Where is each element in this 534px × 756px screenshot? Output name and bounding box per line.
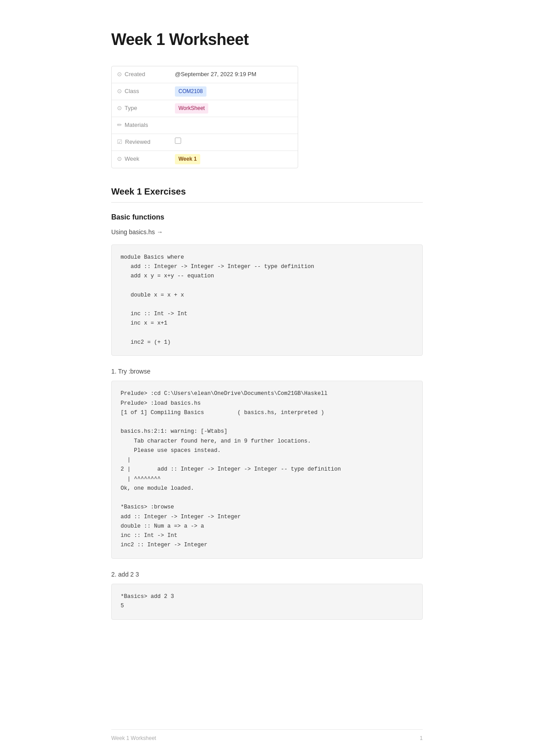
prop-row-materials: ✏ Materials bbox=[112, 117, 298, 134]
prop-row-class: ⊙ Class COM2108 bbox=[112, 83, 298, 100]
class-badge: COM2108 bbox=[175, 86, 206, 97]
reviewed-icon: ☑ bbox=[117, 138, 122, 147]
week-badge: Week 1 bbox=[175, 154, 200, 164]
materials-value bbox=[170, 122, 298, 128]
prop-row-type: ⊙ Type WorkSheet bbox=[112, 100, 298, 117]
class-label: Class bbox=[125, 87, 139, 96]
prop-label-materials: ✏ Materials bbox=[112, 118, 170, 133]
week-label: Week bbox=[125, 154, 139, 164]
materials-label: Materials bbox=[125, 121, 148, 130]
type-value: WorkSheet bbox=[170, 101, 298, 116]
exercise-2-label: 2. add 2 3 bbox=[111, 569, 423, 579]
type-label: Type bbox=[125, 104, 137, 113]
page-title: Week 1 Worksheet bbox=[111, 27, 423, 53]
footer-page: 1 bbox=[420, 734, 423, 743]
page-footer: Week 1 Worksheet 1 bbox=[111, 729, 423, 743]
exercises-section-heading: Week 1 Exercises bbox=[111, 184, 423, 203]
reviewed-value[interactable] bbox=[170, 135, 298, 150]
created-label: Created bbox=[125, 70, 145, 79]
properties-table: ⊙ Created @September 27, 2022 9:19 PM ⊙ … bbox=[111, 66, 298, 168]
using-label: Using basics.hs → bbox=[111, 227, 423, 237]
week-icon: ⊙ bbox=[117, 154, 122, 164]
exercise-1-label: 1. Try :browse bbox=[111, 366, 423, 376]
code-block-browse: Prelude> :cd C:\Users\elean\OneDrive\Doc… bbox=[111, 381, 423, 558]
prop-label-reviewed: ☑ Reviewed bbox=[112, 135, 170, 150]
prop-row-created: ⊙ Created @September 27, 2022 9:19 PM bbox=[112, 66, 298, 83]
prop-row-reviewed: ☑ Reviewed bbox=[112, 134, 298, 151]
prop-label-created: ⊙ Created bbox=[112, 67, 170, 82]
class-icon: ⊙ bbox=[117, 87, 122, 96]
prop-label-class: ⊙ Class bbox=[112, 84, 170, 99]
type-icon: ⊙ bbox=[117, 104, 122, 113]
created-icon: ⊙ bbox=[117, 70, 122, 79]
code-block-add: *Basics> add 2 3 5 bbox=[111, 584, 423, 620]
reviewed-checkbox[interactable] bbox=[175, 138, 181, 144]
created-value: @September 27, 2022 9:19 PM bbox=[170, 67, 298, 82]
reviewed-label: Reviewed bbox=[125, 138, 150, 147]
type-badge: WorkSheet bbox=[175, 103, 208, 114]
prop-row-week: ⊙ Week Week 1 bbox=[112, 151, 298, 168]
page-container: Week 1 Worksheet ⊙ Created @September 27… bbox=[76, 0, 458, 756]
basic-functions-heading: Basic functions bbox=[111, 211, 423, 223]
prop-label-type: ⊙ Type bbox=[112, 101, 170, 116]
using-text: Using basics.hs → bbox=[111, 228, 163, 236]
prop-label-week: ⊙ Week bbox=[112, 152, 170, 167]
materials-icon: ✏ bbox=[117, 121, 122, 130]
class-value: COM2108 bbox=[170, 84, 298, 99]
week-value: Week 1 bbox=[170, 151, 298, 167]
footer-label: Week 1 Worksheet bbox=[111, 734, 156, 743]
code-block-basics: module Basics where add :: Integer -> In… bbox=[111, 244, 423, 356]
exercise-1: 1. Try :browse Prelude> :cd C:\Users\ele… bbox=[111, 366, 423, 559]
exercise-2: 2. add 2 3 *Basics> add 2 3 5 bbox=[111, 569, 423, 620]
